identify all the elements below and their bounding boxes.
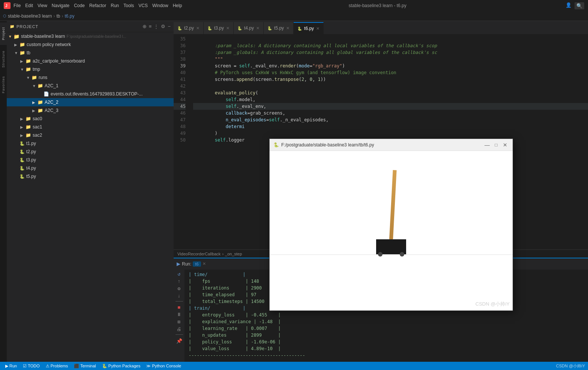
- menu-code[interactable]: Code: [74, 3, 85, 8]
- scroll-up-icon[interactable]: ↑: [178, 279, 181, 284]
- title-bar: J File Edit View Navigate Code Refactor …: [0, 0, 588, 11]
- pin-icon[interactable]: 📌: [176, 338, 182, 344]
- tree-events-file[interactable]: ▶ 📄 events.out.tfevents.1647929893.DESKT…: [7, 90, 174, 98]
- tree-label: custom policy network: [27, 42, 71, 47]
- sync-icon[interactable]: ⊕: [142, 24, 147, 29]
- tree-a2c-cartpole[interactable]: ▶ 📁 a2c_cartpole_tensorboard: [7, 57, 174, 65]
- tree-tmp[interactable]: ▼ 📁 tmp: [7, 65, 174, 73]
- favorites-activity-icon[interactable]: Favorites: [0, 73, 7, 96]
- gear-icon[interactable]: ⚙: [161, 24, 165, 29]
- project-activity-icon[interactable]: Project: [0, 22, 7, 45]
- close-run-tab[interactable]: ✕: [202, 261, 206, 266]
- close-icon[interactable]: ✕: [286, 26, 290, 31]
- tree-tb[interactable]: ▼ 📁 tb: [7, 49, 174, 57]
- stop-icon[interactable]: ■: [178, 305, 181, 310]
- tree-t4[interactable]: ▶ 🐍 t4.py: [7, 164, 174, 172]
- code-line: :param _locals: A dictionary containing …: [193, 42, 588, 49]
- close-icon[interactable]: ✕: [226, 26, 230, 31]
- code-line: ): [193, 130, 588, 137]
- menu-run[interactable]: Run: [111, 3, 119, 8]
- folder-tb[interactable]: tb: [56, 13, 60, 19]
- folder-icon: 📁: [26, 124, 31, 130]
- columns-icon[interactable]: ⊞: [178, 319, 181, 325]
- close-icon[interactable]: ✕: [316, 26, 320, 31]
- minus-icon[interactable]: −: [168, 24, 171, 29]
- structure-activity-icon[interactable]: Structure: [0, 48, 7, 70]
- close-icon[interactable]: ✕: [196, 26, 200, 31]
- floating-window[interactable]: 🐍 F:/postgraduate/stable-baseline3 learn…: [269, 139, 513, 311]
- code-line: screen = self._eval_env.render(mode="rgb…: [193, 63, 588, 69]
- tab-t4[interactable]: 🐍 t4.py ✕: [234, 22, 264, 34]
- menu-navigate[interactable]: Navigate: [52, 3, 69, 8]
- ground-line: [270, 254, 513, 255]
- editor-tabs: 🐍 t2.py ✕ 🐍 t3.py ✕ 🐍 t4.py ✕ 🐍 t5.py ✕ …: [174, 21, 588, 34]
- tree-sac2[interactable]: ▶ 📁 sac2: [7, 131, 174, 139]
- run-tab-t6[interactable]: t6: [193, 261, 201, 267]
- menu-file[interactable]: File: [14, 3, 21, 8]
- tree-a2c2[interactable]: ▶ 📁 A2C_2: [7, 98, 174, 106]
- python-packages-status[interactable]: 🐍 Python Packages: [100, 364, 143, 369]
- todo-status[interactable]: ☑ TODO: [21, 364, 42, 369]
- rerun-icon[interactable]: ↺: [178, 271, 181, 277]
- print-icon[interactable]: 🖨: [177, 327, 182, 332]
- more-icon[interactable]: ⋮: [154, 24, 159, 29]
- problems-status[interactable]: ⚠ Problems: [44, 364, 70, 369]
- run-status[interactable]: ▶ Run: [3, 364, 19, 369]
- run-status-label: Run: [9, 364, 17, 368]
- menu-edit[interactable]: Edit: [25, 3, 33, 8]
- terminal-icon: ⬛: [74, 364, 79, 369]
- collapse-all-icon[interactable]: ≡: [149, 24, 152, 29]
- terminal-status[interactable]: ⬛ Terminal: [72, 364, 98, 369]
- tree-label: t1.py: [26, 141, 36, 146]
- account-icon[interactable]: 👤: [566, 2, 572, 9]
- project-name[interactable]: stable-baseline3 learn: [8, 13, 52, 19]
- pole: [389, 170, 397, 239]
- code-line: [193, 83, 588, 90]
- breadcrumb-sep: ›: [222, 252, 224, 256]
- tree-t1[interactable]: ▶ 🐍 t1.py: [7, 139, 174, 148]
- arrow-icon: ▼: [32, 84, 38, 88]
- tab-t6[interactable]: 🐍 t6.py ✕: [294, 22, 324, 34]
- settings-icon[interactable]: ⚙: [178, 286, 181, 292]
- tab-t3[interactable]: 🐍 t3.py ✕: [204, 22, 234, 34]
- tab-t5[interactable]: 🐍 t5.py ✕: [264, 22, 294, 34]
- tree-a2c3[interactable]: ▶ 📁 A2C_3: [7, 106, 174, 115]
- tree-t5[interactable]: ▶ 🐍 t5.py: [7, 172, 174, 181]
- py-icon: 🐍: [237, 26, 242, 30]
- python-console-status[interactable]: ≫ Python Console: [144, 364, 183, 369]
- menu-help[interactable]: Help: [173, 3, 182, 8]
- problems-icon: ⚠: [46, 364, 50, 369]
- sep1: ›: [53, 13, 55, 19]
- arrow-icon: ▶: [32, 100, 38, 104]
- search-icon[interactable]: 🔍: [574, 2, 584, 9]
- tab-label: t2.py: [184, 25, 194, 31]
- menu-view[interactable]: View: [38, 3, 47, 8]
- menu-vcs[interactable]: VCS: [138, 3, 148, 8]
- tab-t2[interactable]: 🐍 t2.py ✕: [174, 22, 204, 34]
- tree-sac1[interactable]: ▶ 📁 sac1: [7, 123, 174, 131]
- cartpole-canvas: CSDN @小帅iY: [270, 151, 513, 310]
- tree-label: tb: [27, 50, 30, 55]
- tree-t3[interactable]: ▶ 🐍 t3.py: [7, 156, 174, 164]
- run-line: | policy_loss | -1.69e-06 |: [189, 339, 584, 345]
- minimize-button[interactable]: —: [483, 141, 491, 149]
- close-button[interactable]: ✕: [501, 141, 509, 149]
- current-file[interactable]: t6.py: [64, 13, 74, 19]
- menu-tools[interactable]: Tools: [123, 3, 134, 8]
- tree-a2c1[interactable]: ▼ 📁 A2C_1: [7, 82, 174, 90]
- close-icon[interactable]: ✕: [256, 26, 260, 31]
- tree-root-label: stable-baseline3 learn: [21, 34, 65, 39]
- tree-runs[interactable]: ▼ 📁 runs: [7, 73, 174, 82]
- scroll-down-icon[interactable]: ↓: [178, 293, 181, 299]
- menu-refactor[interactable]: Refactor: [89, 3, 106, 8]
- tree-sac0[interactable]: ▶ 📁 sac0: [7, 115, 174, 123]
- tree-t2[interactable]: ▶ 🐍 t2.py: [7, 148, 174, 156]
- pause-icon[interactable]: ⏸: [177, 312, 182, 318]
- run-icon[interactable]: ▶: [177, 261, 180, 267]
- code-line: evaluate_policy(: [193, 90, 588, 96]
- menu-window[interactable]: Window: [152, 3, 168, 8]
- tree-root[interactable]: ▼ 📁 stable-baseline3 learn F:\postgradua…: [7, 32, 174, 40]
- tree-label: runs: [39, 75, 47, 80]
- maximize-button[interactable]: □: [492, 141, 500, 149]
- tree-custom-policy[interactable]: ▶ 📁 custom policy network: [7, 40, 174, 49]
